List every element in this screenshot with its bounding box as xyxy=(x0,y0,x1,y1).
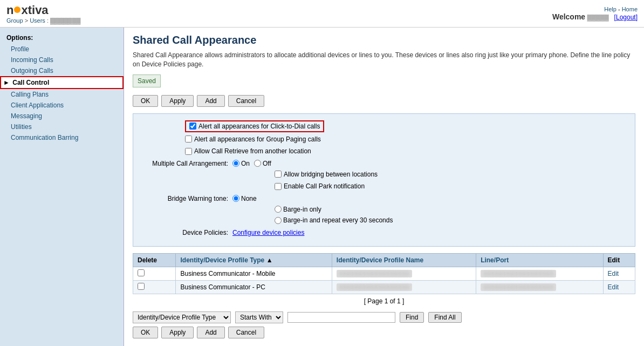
sidebar-item-messaging[interactable]: Messaging xyxy=(0,111,124,121)
bottom-ok-button[interactable]: OK xyxy=(133,327,158,338)
bridge-barge-repeat-label[interactable]: Barge-in and repeat every 30 seconds xyxy=(275,216,393,224)
alert-click-to-dial-label[interactable]: Alert all appearances for Click-to-Dial … xyxy=(185,120,324,132)
mca-on-label[interactable]: On xyxy=(232,160,250,167)
top-toolbar: OK Apply Add Cancel xyxy=(133,95,635,107)
bottom-toolbar: OK Apply Add Cancel xyxy=(133,327,635,338)
row2-name-value: XXXXXXXXXXXXXXXXXX xyxy=(337,283,412,291)
col-identity-type-link[interactable]: Identity/Device Profile Type xyxy=(180,256,264,264)
sidebar-link-messaging[interactable]: Messaging xyxy=(11,112,42,120)
welcome-label: Welcome xyxy=(552,12,585,21)
top-cancel-button[interactable]: Cancel xyxy=(228,95,264,107)
row2-type-cell: Business Communicator - PC xyxy=(176,280,332,294)
alert-group-paging-checkbox[interactable] xyxy=(185,135,192,143)
bridge-barge-only-radio[interactable] xyxy=(275,206,282,213)
header-right: Help - Home Welcome ▓▓▓▓▓ [Logout] xyxy=(552,6,638,21)
col-line-port-link[interactable]: Line/Port xyxy=(481,256,509,264)
sidebar-link-calling-plans[interactable]: Calling Plans xyxy=(11,91,49,98)
form-section: Alert all appearances for Click-to-Dial … xyxy=(133,113,635,247)
bridge-none-text: None xyxy=(241,195,257,202)
top-apply-button[interactable]: Apply xyxy=(161,95,194,107)
bridge-none-radio[interactable] xyxy=(232,195,239,202)
col-identity-name: Identity/Device Profile Name xyxy=(332,253,476,267)
top-add-button[interactable]: Add xyxy=(197,95,224,107)
bridge-warning-row: Bridge Warning tone: None xyxy=(142,195,626,202)
mca-off-label[interactable]: Off xyxy=(254,160,271,167)
bottom-apply-button[interactable]: Apply xyxy=(161,327,194,338)
row1-edit-cell: Edit xyxy=(603,267,635,280)
home-link[interactable]: Home xyxy=(622,6,638,12)
row1-edit-link[interactable]: Edit xyxy=(608,270,619,277)
sidebar-item-incoming-calls[interactable]: Incoming Calls xyxy=(0,55,124,65)
row2-edit-link[interactable]: Edit xyxy=(608,283,619,291)
filter-type-select[interactable]: Identity/Device Profile TypeIdentity/Dev… xyxy=(133,311,231,323)
col-identity-name-link[interactable]: Identity/Device Profile Name xyxy=(337,256,423,264)
sidebar-link-outgoing-calls[interactable]: Outgoing Calls xyxy=(11,67,53,74)
configure-device-policies-link[interactable]: Configure device policies xyxy=(232,229,304,236)
pagination: [ Page 1 of 1 ] xyxy=(133,294,635,308)
bridge-barge-repeat-text: Barge-in and repeat every 30 seconds xyxy=(283,216,393,224)
filter-condition-select[interactable]: Starts WithContainsEnds With xyxy=(235,311,283,323)
filter-search-input[interactable] xyxy=(287,312,395,323)
sidebar-item-calling-plans[interactable]: Calling Plans xyxy=(0,89,124,100)
breadcrumb-users[interactable]: Users xyxy=(30,17,45,24)
mca-off-radio[interactable] xyxy=(254,160,261,167)
bridge-barge-repeat-radio[interactable] xyxy=(275,217,282,224)
sort-icon: ▲ xyxy=(266,256,273,264)
sidebar-item-outgoing-calls[interactable]: Outgoing Calls xyxy=(0,65,124,76)
alert-click-to-dial-text: Alert all appearances for Click-to-Dial … xyxy=(198,123,320,130)
content: Shared Call Appearance Shared Call Appea… xyxy=(124,28,644,346)
allow-call-retrieve-label[interactable]: Allow Call Retrieve from another locatio… xyxy=(185,147,311,155)
breadcrumb-group[interactable]: Group xyxy=(6,17,23,24)
allow-call-retrieve-row: Allow Call Retrieve from another locatio… xyxy=(185,147,626,157)
row2-lineport-value: XXXXXXXXXXXXXXXXXX xyxy=(481,283,556,291)
col-line-port: Line/Port xyxy=(476,253,603,267)
sidebar-link-incoming-calls[interactable]: Incoming Calls xyxy=(11,56,53,64)
enable-call-park-row: Enable Call Park notification xyxy=(275,182,626,192)
sidebar-link-client-applications[interactable]: Client Applications xyxy=(11,101,64,109)
allow-bridging-text: Allow bridging between locations xyxy=(284,171,378,178)
multiple-call-arrangement-row: Multiple Call Arrangement: On Off xyxy=(142,160,626,167)
col-edit: Edit xyxy=(603,253,635,267)
mca-label: Multiple Call Arrangement: xyxy=(142,160,228,167)
sidebar-item-communication-barring[interactable]: Communication Barring xyxy=(0,132,124,143)
sidebar-item-profile[interactable]: Profile xyxy=(0,44,124,55)
row2-edit-cell: Edit xyxy=(603,280,635,294)
sidebar-item-client-applications[interactable]: Client Applications xyxy=(0,100,124,111)
row2-delete-checkbox[interactable] xyxy=(138,283,145,290)
bottom-cancel-button[interactable]: Cancel xyxy=(228,327,264,338)
active-arrow-icon: ► xyxy=(3,79,10,86)
allow-bridging-checkbox[interactable] xyxy=(275,171,282,178)
sidebar-link-call-control[interactable]: Call Control xyxy=(12,79,49,86)
top-ok-button[interactable]: OK xyxy=(133,95,158,107)
bridge-warning-label: Bridge Warning tone: xyxy=(142,195,228,202)
sidebar-link-communication-barring[interactable]: Communication Barring xyxy=(11,134,78,141)
bridge-barge-only-label[interactable]: Barge-in only xyxy=(275,206,321,213)
enable-call-park-checkbox[interactable] xyxy=(275,183,282,190)
logout-link[interactable]: [Logout] xyxy=(614,13,638,21)
sidebar-item-call-control[interactable]: ► Call Control xyxy=(0,76,124,89)
bridge-barge-repeat-row: Barge-in and repeat every 30 seconds xyxy=(275,216,626,226)
welcome-row: Welcome ▓▓▓▓▓ [Logout] xyxy=(552,12,638,21)
help-link[interactable]: Help xyxy=(604,6,616,12)
sidebar-item-utilities[interactable]: Utilities xyxy=(0,121,124,132)
allow-bridging-label[interactable]: Allow bridging between locations xyxy=(275,171,378,178)
logo-n: n xyxy=(6,3,13,17)
row2-lineport-cell: XXXXXXXXXXXXXXXXXX xyxy=(476,280,603,294)
separator: - xyxy=(618,6,622,12)
alert-click-to-dial-checkbox[interactable] xyxy=(189,123,196,130)
row2-name-cell: XXXXXXXXXXXXXXXXXX xyxy=(332,280,476,294)
sidebar-link-profile[interactable]: Profile xyxy=(11,45,29,53)
row1-delete-checkbox[interactable] xyxy=(138,269,145,276)
welcome-user: ▓▓▓▓▓ xyxy=(587,14,608,21)
sidebar-link-utilities[interactable]: Utilities xyxy=(11,123,32,131)
bottom-add-button[interactable]: Add xyxy=(197,327,224,338)
mca-on-radio[interactable] xyxy=(232,160,239,167)
find-all-button[interactable]: Find All xyxy=(428,312,461,323)
enable-call-park-label[interactable]: Enable Call Park notification xyxy=(275,182,365,190)
find-button[interactable]: Find xyxy=(400,312,424,323)
alert-group-paging-label[interactable]: Alert all appearances for Group Paging c… xyxy=(185,135,321,143)
bridge-none-label[interactable]: None xyxy=(232,195,257,202)
table-section: Delete Identity/Device Profile Type ▲ Id… xyxy=(133,253,635,338)
allow-call-retrieve-checkbox[interactable] xyxy=(185,148,192,155)
main-layout: Options: Profile Incoming Calls Outgoing… xyxy=(0,28,644,346)
